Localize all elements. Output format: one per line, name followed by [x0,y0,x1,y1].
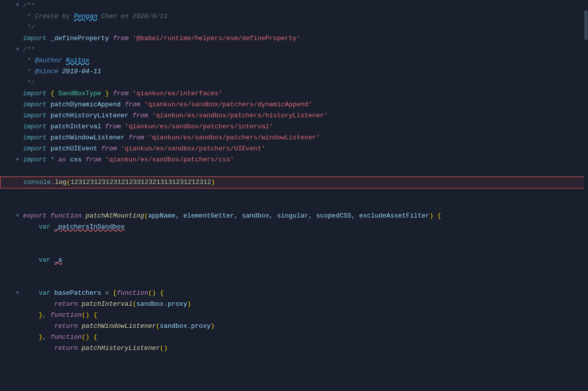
code-12: import patchInterval from 'qiankun/es/sa… [21,121,588,132]
code-31: }, function() { [21,332,588,343]
line-11: import patchHistoryListener from 'qianku… [0,110,588,121]
code-27: var basePatchers = [function() { [21,288,588,299]
gutter-4 [0,33,14,34]
code-24: var _a [21,255,588,266]
gutter-27 [0,288,14,288]
line-13: import patchWindowListener from 'qiankun… [0,132,588,143]
code-22 [21,233,588,244]
line-28: return patchInterval(sandbox.proxy) [0,299,588,310]
gutter-29 [0,310,14,310]
line-29: }, function() { [0,310,588,321]
code-16 [21,165,588,176]
line-18 [0,188,588,200]
gutter-10 [0,99,14,100]
code-17: console.log(1231231231231212331232131312… [22,177,587,188]
gutter-18 [0,194,14,194]
line-5: ▼ /** [0,44,588,55]
line-27: ▼ var basePatchers = [function() { [0,288,588,299]
gutter-21 [0,222,14,222]
gutter-16 [0,171,14,171]
gutter-1 [0,0,14,1]
fold-20[interactable]: ▼ [14,211,21,222]
line-24: var _a [0,255,588,266]
gutter-26 [0,282,14,283]
line-25 [0,266,588,277]
code-13: import patchWindowListener from 'qiankun… [21,132,588,143]
gutter-25 [0,271,14,272]
code-5: /** [21,44,588,55]
code-11: import patchHistoryListener from 'qianku… [21,110,588,121]
gutter-6 [0,55,14,56]
gutter-22 [0,238,14,239]
gutter-30 [0,321,14,321]
line-31: }, function() { [0,332,588,343]
gutter-15 [0,154,14,155]
gutter-11 [0,110,14,111]
code-1: /** [21,0,588,11]
code-3: */ [21,22,588,33]
gutter-13 [0,132,14,133]
code-30: return patchWindowListener(sandbox.proxy… [21,321,588,332]
code-15: import * as css from 'qiankun/es/sandbox… [21,154,588,165]
gutter-3 [0,22,14,23]
gutter-28 [0,299,14,299]
code-14: import patchUIEvent from 'qiankun/es/san… [21,143,588,154]
code-25 [21,266,588,277]
line-19 [0,200,588,211]
line-9: import { SandBoxType } from 'qiankun/es/… [0,88,588,99]
gutter-32 [0,343,14,343]
line-7: * @since 2019-04-11 [0,66,588,77]
line-15: ▼ import * as css from 'qiankun/es/sandb… [0,154,588,165]
code-lines: ▼ /** * Create by Pengan Chen on 2020/9/… [0,0,588,354]
line-6: * @author Kuitos [0,55,588,66]
gutter-20 [0,211,14,211]
code-20: export function patchAtMounting(appName,… [21,211,588,222]
line-10: import patchDynamicAppend from 'qiankun/… [0,99,588,110]
code-2: * Create by Pengan Chen on 2020/9/11 [21,11,588,22]
code-29: }, function() { [21,310,588,321]
line-2: * Create by Pengan Chen on 2020/9/11 [0,11,588,22]
code-26 [21,277,588,288]
code-28: return patchInterval(sandbox.proxy) [21,299,588,310]
line-23 [0,244,588,255]
gutter-19 [0,205,14,206]
fold-27[interactable]: ▼ [14,288,21,299]
line-8: */ [0,77,588,88]
code-19 [21,200,588,211]
gutter-23 [0,249,14,250]
gutter-5 [0,44,14,45]
gutter-31 [0,332,14,332]
line-21: var _patchersInSandbox [0,222,588,233]
gutter-2 [0,11,14,12]
code-18 [21,188,588,200]
gutter-14 [0,143,14,144]
gutter-8 [0,77,14,78]
fold-1[interactable]: ▼ [14,0,21,11]
line-3: */ [0,22,588,33]
code-8: */ [21,77,588,88]
line-17-highlighted: console.log(1231231231231212331232131312… [0,176,588,188]
line-12: import patchInterval from 'qiankun/es/sa… [0,121,588,132]
line-16 [0,165,588,176]
gutter-7 [0,66,14,67]
line-4: import _defineProperty from '@babel/runt… [0,33,588,44]
fold-15[interactable]: ▼ [14,154,21,165]
scrollbar-thumb[interactable] [584,10,587,40]
code-7: * @since 2019-04-11 [21,66,588,77]
code-32: return patchHistoryListener() [21,343,588,354]
line-14: import patchUIEvent from 'qiankun/es/san… [0,143,588,154]
gutter-24 [0,255,14,255]
gutter-9 [0,88,14,89]
fold-5[interactable]: ▼ [14,44,21,55]
code-23 [21,244,588,255]
line-22 [0,233,588,244]
code-10: import patchDynamicAppend from 'qiankun/… [21,99,588,110]
code-9: import { SandBoxType } from 'qiankun/es/… [21,88,588,99]
gutter-17 [1,177,15,177]
line-1: ▼ /** [0,0,588,11]
code-6: * @author Kuitos [21,55,588,66]
line-26 [0,277,588,288]
line-20: ▼ export function patchAtMounting(appNam… [0,211,588,222]
line-30: return patchWindowListener(sandbox.proxy… [0,321,588,332]
scrollbar-track[interactable] [584,0,588,391]
